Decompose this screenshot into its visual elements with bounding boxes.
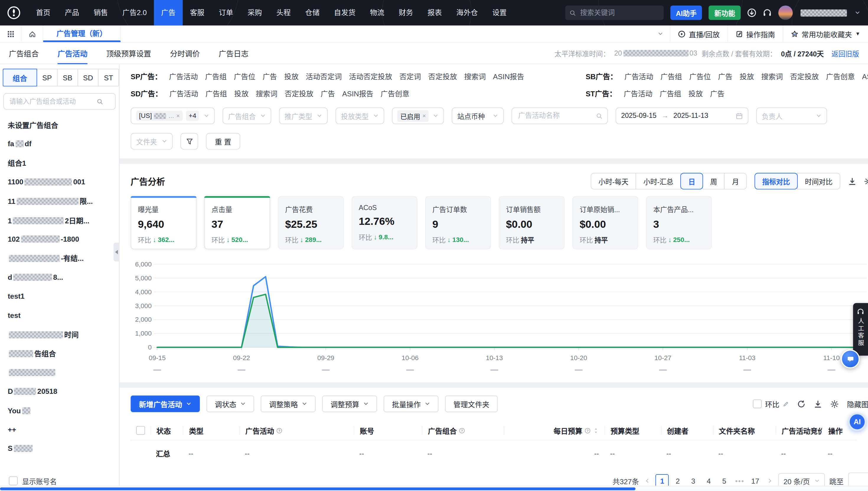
- granularity-option[interactable]: 小时-每天: [591, 173, 636, 190]
- quicklink[interactable]: 广告位: [234, 71, 255, 82]
- currency-filter[interactable]: 站点币种: [452, 108, 504, 124]
- portfolio-filter[interactable]: 广告组合: [223, 108, 271, 124]
- help-question-icon[interactable]: [276, 428, 283, 434]
- metric-card[interactable]: 本广告产品... 3 环比 ↓ 250...: [646, 196, 712, 249]
- quicklink[interactable]: 广告创意: [380, 88, 409, 99]
- status-filter[interactable]: 已启用 ×: [392, 108, 444, 124]
- date-range-picker[interactable]: 2025-09-15 → 2025-11-13: [616, 108, 748, 124]
- quicklink[interactable]: ASIN报告: [342, 88, 373, 99]
- sidebar-search-input[interactable]: [8, 97, 94, 106]
- page-number[interactable]: 1: [656, 474, 669, 487]
- nav-item[interactable]: 产品: [58, 0, 87, 25]
- page-number[interactable]: 17: [749, 474, 762, 487]
- metric-card[interactable]: 订单原始销... $0.00 环比 ↓ 持平: [572, 196, 638, 249]
- quicklink[interactable]: 投放: [740, 71, 754, 82]
- targeting-type-filter[interactable]: 投放类型: [335, 108, 384, 124]
- subtab[interactable]: 广告活动: [58, 48, 87, 59]
- metric-card[interactable]: 订单销售额 $0.00 环比 ↓ 持平: [499, 196, 564, 249]
- remove-status-icon[interactable]: ×: [423, 113, 426, 119]
- chart-settings-gear-icon[interactable]: [864, 177, 868, 185]
- promo-type-filter[interactable]: 推广类型: [279, 108, 328, 124]
- portfolio-list-item[interactable]: [8, 363, 119, 382]
- ratio-checkbox[interactable]: [753, 399, 762, 408]
- portfolio-list-item[interactable]: D20518: [8, 382, 119, 401]
- metric-card[interactable]: 曝光量 9,640 环比 ↓ 362...: [131, 196, 197, 249]
- app-logo[interactable]: [7, 6, 21, 20]
- table-header-cell[interactable]: 账号: [354, 426, 422, 435]
- quicklink[interactable]: 否定投放: [790, 71, 819, 82]
- nav-item[interactable]: 报表: [421, 0, 450, 25]
- toolbar-button[interactable]: 调状态: [206, 396, 254, 412]
- live-replay-link[interactable]: 直播/回放: [670, 25, 727, 42]
- page-number[interactable]: 3: [687, 474, 700, 487]
- sidebar-tab[interactable]: ST: [98, 69, 119, 87]
- table-header-cell[interactable]: 广告活动: [239, 426, 354, 435]
- chat-support-fab[interactable]: [841, 349, 860, 368]
- quicklink[interactable]: 广告组: [205, 71, 226, 82]
- portfolio-list-item[interactable]: You: [8, 401, 119, 420]
- table-header-cell[interactable]: 创建者: [661, 426, 713, 435]
- help-question-icon[interactable]: [585, 428, 591, 434]
- global-search-input[interactable]: [579, 8, 648, 17]
- account-filter[interactable]: [US]... × +4: [131, 108, 215, 124]
- prev-page-icon[interactable]: [643, 478, 651, 484]
- select-all-checkbox[interactable]: [136, 426, 145, 435]
- human-support-widget[interactable]: 人工客服: [853, 303, 868, 356]
- global-search[interactable]: [565, 6, 664, 20]
- quicklink[interactable]: 广告组: [660, 71, 682, 82]
- quicklink[interactable]: 广告: [321, 88, 335, 99]
- toolbar-button[interactable]: 管理文件夹: [445, 396, 498, 412]
- nav-item[interactable]: 自发货: [327, 0, 363, 25]
- nav-item[interactable]: 设置: [485, 0, 514, 25]
- portfolio-list-item[interactable]: test1: [8, 287, 119, 306]
- nav-item[interactable]: 财务: [392, 0, 421, 25]
- quicklink[interactable]: ASIN报告: [862, 71, 868, 82]
- quicklink[interactable]: 广告活动: [624, 88, 652, 99]
- nav-item[interactable]: 仓储: [298, 0, 327, 25]
- reset-button[interactable]: 重 置: [206, 133, 240, 149]
- sidebar-tab[interactable]: SB: [57, 69, 78, 87]
- account-more-tag[interactable]: +4: [186, 111, 199, 121]
- granularity-option[interactable]: 日: [681, 173, 703, 190]
- portfolio-list-item[interactable]: test: [8, 306, 119, 325]
- table-settings-gear-icon[interactable]: [830, 400, 838, 408]
- quicklink[interactable]: 否定投放: [285, 88, 314, 99]
- table-header-cell[interactable]: 广告活动竞价: [776, 426, 822, 435]
- quicklink[interactable]: 活动否定词: [306, 71, 342, 82]
- tab-ad-management[interactable]: 广告管理（新）: [43, 25, 121, 42]
- trend-chart[interactable]: 01,0002,0003,0004,0005,0006,00009-1509-2…: [131, 258, 868, 378]
- nav-item[interactable]: 广告2.0: [115, 0, 154, 25]
- portfolio-list-item[interactable]: 102-1800: [8, 230, 119, 249]
- sidebar-tab[interactable]: SD: [78, 69, 99, 87]
- owner-filter[interactable]: 负责人: [756, 108, 827, 124]
- next-page-icon[interactable]: [767, 478, 774, 484]
- quicklink[interactable]: 广告组: [659, 88, 681, 99]
- quicklink[interactable]: 投放: [688, 88, 703, 99]
- granularity-option[interactable]: 小时-汇总: [636, 173, 681, 190]
- quicklink[interactable]: 广告位: [689, 71, 711, 82]
- nav-item[interactable]: 采购: [240, 0, 269, 25]
- portfolio-list-item[interactable]: 11限...: [8, 192, 119, 210]
- sidebar-tab[interactable]: 组合: [3, 69, 37, 87]
- table-header-cell[interactable]: 文件夹名称: [713, 426, 776, 435]
- table-header-cell[interactable]: 预算类型: [604, 426, 661, 435]
- hide-chart-link[interactable]: 隐藏图表: [847, 399, 868, 409]
- quicklink[interactable]: 广告: [262, 71, 277, 82]
- subtab[interactable]: 广告组合: [9, 48, 39, 59]
- quicklink[interactable]: 搜索词: [256, 88, 277, 99]
- download-center-icon[interactable]: [747, 8, 756, 17]
- subtab[interactable]: 顶级预算设置: [106, 48, 151, 59]
- back-to-old-link[interactable]: 返回旧版: [831, 48, 859, 58]
- campaign-name-input[interactable]: [517, 111, 586, 120]
- portfolio-list-item[interactable]: 12日期...: [8, 210, 119, 229]
- nav-item[interactable]: 头程: [269, 0, 298, 25]
- quicklink[interactable]: 广告活动: [169, 88, 198, 99]
- nav-item[interactable]: 海外仓: [449, 0, 485, 25]
- home-icon[interactable]: [22, 25, 43, 42]
- portfolio-list-item[interactable]: 未设置广告组合: [8, 115, 119, 134]
- nav-item[interactable]: 销售: [87, 0, 116, 25]
- portfolio-list-item[interactable]: -有结...: [8, 249, 119, 267]
- quicklink[interactable]: 搜索词: [761, 71, 783, 82]
- quicklink[interactable]: 否定投放: [428, 71, 457, 82]
- subtab[interactable]: 分时调价: [170, 48, 200, 59]
